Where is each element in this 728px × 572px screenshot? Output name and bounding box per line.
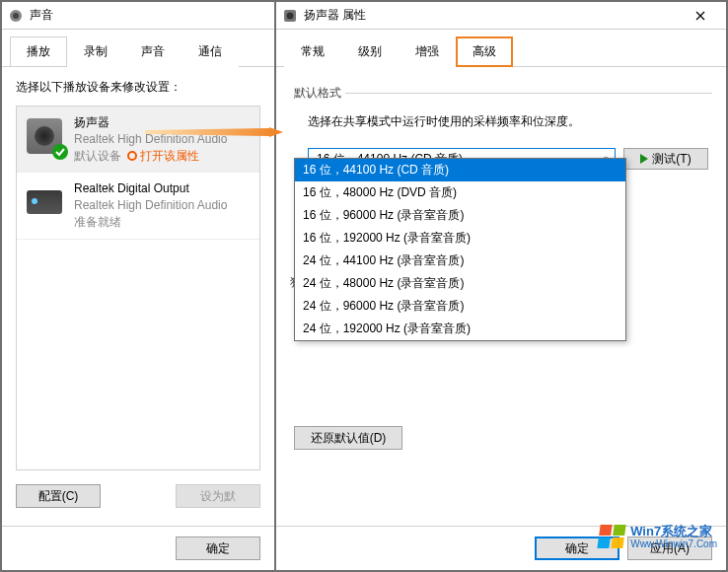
set-default-button: 设为默 xyxy=(176,484,260,508)
properties-content: 默认格式 选择在共享模式中运行时使用的采样频率和位深度。 16 位，44100 … xyxy=(276,67,726,526)
device-speaker[interactable]: 扬声器 Realtek High Definition Audio 默认设备 打… xyxy=(17,107,259,173)
device-sub: Realtek High Definition Audio xyxy=(74,197,254,214)
device-name: 扬声器 xyxy=(74,114,254,131)
sound-content: 选择以下播放设备来修改设置： 扬声器 Realtek High Definiti… xyxy=(2,67,274,526)
tab-communications[interactable]: 通信 xyxy=(182,36,239,67)
tab-advanced[interactable]: 高级 xyxy=(456,36,513,67)
properties-title: 扬声器 属性 xyxy=(304,7,681,24)
default-check-icon xyxy=(52,144,68,160)
svg-point-4 xyxy=(287,12,294,19)
device-list[interactable]: 扬声器 Realtek High Definition Audio 默认设备 打… xyxy=(16,106,260,470)
watermark-url: Www.Winwin7.Com xyxy=(630,538,717,549)
hint-dot-icon xyxy=(127,151,137,161)
windows-logo-icon xyxy=(598,525,626,548)
format-option[interactable]: 24 位，192000 Hz (录音室音质) xyxy=(295,318,625,340)
tab-recording[interactable]: 录制 xyxy=(67,36,124,67)
open-properties-hint: 打开该属性 xyxy=(127,148,199,165)
properties-tabs: 常规 级别 增强 高级 xyxy=(276,30,726,67)
format-option[interactable]: 16 位，48000 Hz (DVD 音质) xyxy=(295,181,625,204)
svg-point-1 xyxy=(13,13,19,19)
format-option[interactable]: 24 位，44100 Hz (录音室音质) xyxy=(295,250,625,272)
sound-window: 声音 播放 录制 声音 通信 选择以下播放设备来修改设置： 扬声器 Realte… xyxy=(1,1,275,571)
close-button[interactable] xyxy=(681,3,720,29)
device-digital-output[interactable]: Realtek Digital Output Realtek High Defi… xyxy=(17,173,259,239)
format-description: 选择在共享模式中运行时使用的采样频率和位深度。 xyxy=(308,113,708,130)
format-dropdown[interactable]: 16 位，44100 Hz (CD 音质) 16 位，48000 Hz (DVD… xyxy=(294,158,626,341)
watermark-title: Win7系统之家 xyxy=(630,525,717,538)
tab-sounds[interactable]: 声音 xyxy=(124,36,182,67)
instruction-text: 选择以下播放设备来修改设置： xyxy=(16,79,260,96)
ok-button[interactable]: 确定 xyxy=(176,536,260,560)
sound-tabs: 播放 录制 声音 通信 xyxy=(2,30,274,67)
format-option[interactable]: 16 位，192000 Hz (录音室音质) xyxy=(295,227,625,250)
sound-titlebar: 声音 xyxy=(2,2,274,30)
speaker-app-icon xyxy=(8,8,24,24)
device-sub: Realtek High Definition Audio xyxy=(74,131,254,148)
watermark: Win7系统之家 Www.Winwin7.Com xyxy=(599,525,717,549)
tab-enhancements[interactable]: 增强 xyxy=(399,36,456,67)
configure-button[interactable]: 配置(C) xyxy=(16,484,101,508)
restore-defaults-button[interactable]: 还原默认值(D) xyxy=(294,426,402,450)
tab-general[interactable]: 常规 xyxy=(284,36,341,67)
group-divider xyxy=(345,93,712,94)
device-status: 默认设备 xyxy=(74,148,121,165)
format-option[interactable]: 24 位，48000 Hz (录音室音质) xyxy=(295,272,625,295)
device-name: Realtek Digital Output xyxy=(74,180,254,197)
test-button[interactable]: 测试(T) xyxy=(623,148,708,170)
speaker-icon xyxy=(23,114,66,158)
sound-title: 声音 xyxy=(30,7,268,24)
format-option[interactable]: 16 位，96000 Hz (录音室音质) xyxy=(295,204,625,227)
tab-levels[interactable]: 级别 xyxy=(341,36,399,67)
digital-output-icon xyxy=(23,180,66,224)
speaker-properties-window: 扬声器 属性 常规 级别 增强 高级 默认格式 选择在共享模式中运行时使用的采样… xyxy=(275,1,727,571)
speaker-icon xyxy=(282,8,298,24)
format-option[interactable]: 24 位，96000 Hz (录音室音质) xyxy=(295,295,625,318)
properties-titlebar: 扬声器 属性 xyxy=(276,2,726,30)
play-icon xyxy=(640,154,648,164)
device-status: 准备就绪 xyxy=(74,214,254,231)
tab-playback[interactable]: 播放 xyxy=(10,36,67,67)
format-option[interactable]: 16 位，44100 Hz (CD 音质) xyxy=(295,159,625,181)
sound-footer: 确定 xyxy=(2,526,274,570)
